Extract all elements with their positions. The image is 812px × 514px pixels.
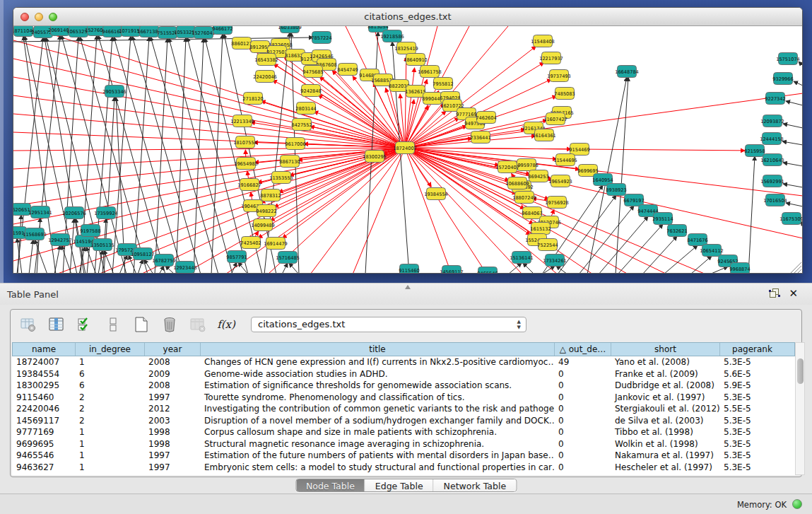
column-header-pagerank[interactable]: pagerank bbox=[720, 343, 784, 356]
graph-node[interactable]: 19218586 bbox=[380, 30, 404, 42]
graph-node[interactable]: 16164361 bbox=[532, 129, 556, 141]
graph-node[interactable]: 9684067 bbox=[522, 207, 542, 219]
tab-node-table[interactable]: Node Table bbox=[296, 479, 365, 491]
function-builder-icon[interactable]: f(x) bbox=[217, 315, 235, 334]
graph-node[interactable]: 16671385 bbox=[137, 26, 161, 37]
network-canvas[interactable]: 1872400718107554196549831916682719046786… bbox=[13, 26, 803, 274]
graph-node[interactable]: 11548408 bbox=[531, 35, 555, 47]
graph-node[interactable]: 14569117 bbox=[440, 266, 464, 274]
graph-node[interactable]: 7515526 bbox=[157, 27, 177, 39]
graph-node[interactable]: 12942757 bbox=[48, 234, 72, 246]
graph-node[interactable]: 18325419 bbox=[394, 42, 418, 54]
graph-node[interactable]: 11544695 bbox=[553, 154, 577, 166]
graph-node[interactable]: 9466172 bbox=[212, 26, 233, 35]
graph-node[interactable]: 11675309 bbox=[779, 213, 803, 225]
graph-node[interactable]: 2336441 bbox=[470, 132, 490, 144]
graph-node[interactable]: 8867130 bbox=[279, 156, 300, 168]
column-header-title[interactable]: title bbox=[201, 343, 555, 356]
graph-node[interactable]: 11353553 bbox=[269, 172, 293, 184]
graph-node[interactable]: 16648784 bbox=[615, 66, 639, 78]
graph-node[interactable]: 10688609 bbox=[505, 177, 529, 189]
graph-node[interactable]: 11568693 bbox=[23, 228, 47, 240]
graph-node[interactable]: 12217937 bbox=[539, 52, 563, 64]
graph-node[interactable]: 1615132 bbox=[530, 223, 551, 235]
table-row[interactable]: 969969511998Structural magnetic resonanc… bbox=[12, 438, 795, 450]
graph-node[interactable]: 7522544 bbox=[537, 239, 558, 251]
graph-node[interactable]: 19384554 bbox=[424, 188, 448, 200]
graph-node[interactable]: 9857791 bbox=[226, 251, 247, 263]
graph-node[interactable]: 7632621 bbox=[666, 225, 687, 237]
table-selector-dropdown[interactable]: citations_edges.txt ▲▼ bbox=[251, 317, 526, 332]
node-table[interactable]: namein_degreeyeartitle△ out_de…shortpage… bbox=[12, 342, 795, 475]
graph-node[interactable]: 10719155 bbox=[119, 26, 143, 37]
graph-node[interactable]: 12951341 bbox=[28, 206, 52, 218]
graph-node[interactable]: 10653257 bbox=[66, 26, 90, 37]
graph-node[interactable]: 7462604 bbox=[476, 112, 496, 124]
table-row[interactable]: 1872400712008Changes of HCN gene express… bbox=[12, 356, 795, 368]
graph-node[interactable]: 2935114 bbox=[652, 213, 673, 225]
graph-node[interactable]: 19756928 bbox=[545, 197, 569, 209]
column-header-short[interactable]: short bbox=[611, 343, 720, 356]
panel-splitter-handle-icon[interactable] bbox=[405, 285, 411, 289]
graph-node[interactable]: 9227342 bbox=[765, 93, 785, 105]
graph-node[interactable]: 7955812 bbox=[433, 78, 453, 90]
graph-node[interactable]: 13505135 bbox=[90, 239, 114, 251]
graph-node[interactable]: 18107554 bbox=[233, 136, 257, 148]
column-visibility-icon[interactable] bbox=[47, 315, 66, 334]
graph-node[interactable]: 2803144 bbox=[295, 103, 316, 115]
graph-node[interactable]: 19654983 bbox=[234, 158, 258, 170]
delete-table-icon[interactable] bbox=[160, 315, 179, 334]
scrollbar-thumb[interactable] bbox=[797, 358, 804, 384]
table-row[interactable]: 1938455462009Genome-wide association stu… bbox=[12, 368, 795, 380]
graph-node[interactable]: 10958127 bbox=[131, 248, 155, 260]
column-header-in_degree[interactable]: in_degree bbox=[76, 343, 145, 356]
column-header-out_de[interactable]: △ out_de… bbox=[555, 343, 611, 356]
window-resize-grip-icon[interactable] bbox=[791, 262, 801, 273]
graph-node[interactable]: 18300295 bbox=[363, 151, 387, 163]
graph-node[interactable]: 12923448 bbox=[173, 262, 197, 274]
table-row[interactable]: 1456911722003Disruption of a novel membe… bbox=[12, 415, 795, 427]
table-row[interactable]: 946554611997Estimation of the future num… bbox=[12, 450, 795, 462]
graph-node[interactable]: 8694253 bbox=[528, 170, 548, 182]
citation-graph[interactable]: 1872400718107554196549831916682719046786… bbox=[13, 26, 803, 274]
graph-node[interactable]: 9154469 bbox=[569, 144, 589, 156]
table-settings-icon[interactable] bbox=[19, 315, 37, 334]
select-rows-icon[interactable] bbox=[76, 315, 94, 334]
graph-node[interactable]: 7857224 bbox=[311, 32, 331, 44]
graph-node[interactable]: 9466162 bbox=[102, 26, 122, 37]
graph-node[interactable]: 16782759 bbox=[152, 255, 176, 267]
table-row[interactable]: 2242004622012Investigating the contribut… bbox=[12, 403, 795, 415]
graph-node[interactable]: 7425402 bbox=[240, 237, 261, 249]
graph-node[interactable]: 17334261 bbox=[543, 255, 567, 267]
graph-node[interactable]: 19166827 bbox=[237, 179, 261, 191]
graph-node[interactable]: 9498222 bbox=[256, 205, 276, 217]
close-panel-icon[interactable]: ✕ bbox=[789, 288, 798, 299]
graph-node[interactable]: 10654112 bbox=[700, 245, 724, 257]
graph-node[interactable]: 15716485 bbox=[276, 252, 300, 264]
graph-node[interactable]: 26206516 bbox=[13, 204, 33, 216]
graph-node[interactable]: 8454749 bbox=[337, 64, 358, 76]
graph-node[interactable]: 11607427 bbox=[543, 113, 567, 125]
graph-node[interactable]: 12213349 bbox=[230, 115, 254, 127]
graph-node[interactable]: 16033809 bbox=[278, 26, 302, 33]
column-header-year[interactable]: year bbox=[145, 343, 201, 356]
graph-node[interactable]: 12093872 bbox=[760, 115, 784, 127]
graph-node[interactable]: 19737493 bbox=[547, 70, 571, 82]
graph-node[interactable]: 15136141 bbox=[510, 252, 534, 264]
graph-node[interactable]: 9115460 bbox=[399, 264, 419, 274]
graph-node[interactable]: 14099489 bbox=[251, 219, 275, 231]
graph-node[interactable]: 17016504 bbox=[763, 194, 787, 206]
graph-node[interactable]: 8860123 bbox=[231, 37, 252, 49]
graph-node[interactable]: 19959786 bbox=[514, 159, 539, 171]
float-panel-icon[interactable] bbox=[769, 288, 780, 299]
graph-node[interactable]: 22420046 bbox=[253, 71, 277, 83]
graph-node[interactable]: 9197588 bbox=[80, 225, 100, 237]
graph-node[interactable]: 19654923 bbox=[548, 175, 572, 187]
tab-network-table[interactable]: Network Table bbox=[434, 479, 517, 491]
graph-node[interactable]: 15692991 bbox=[760, 175, 784, 187]
graph-node[interactable]: 16961758 bbox=[418, 66, 442, 78]
graph-node[interactable]: 15751074 bbox=[776, 53, 800, 65]
graph-node[interactable]: 15276041 bbox=[192, 27, 216, 39]
table-row[interactable]: 1830029562008Estimation of significance … bbox=[12, 380, 795, 392]
graph-node[interactable]: 18724007 bbox=[393, 142, 417, 154]
